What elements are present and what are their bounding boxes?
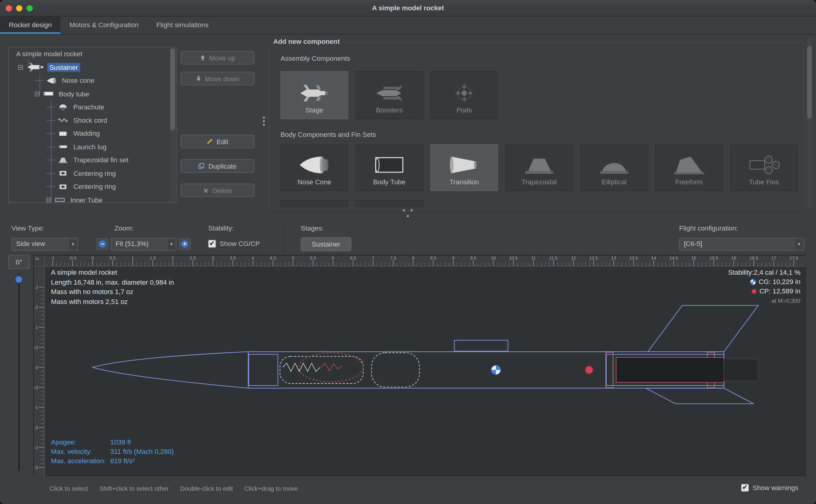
palette-scrollbar-thumb[interactable]: [807, 46, 812, 119]
title-bar: A simple model rocket: [0, 0, 816, 17]
pods-icon: [448, 83, 481, 104]
stage-icon: [298, 83, 331, 104]
shock-cord-shape[interactable]: [280, 357, 363, 384]
move-down-button[interactable]: Move down: [181, 72, 255, 86]
component-button-nose-cone[interactable]: Nose Cone: [280, 144, 348, 191]
tree-item-centering-ring[interactable]: Centering ring: [9, 180, 176, 193]
nose-shoulder-shape[interactable]: [249, 354, 278, 386]
component-button-boosters[interactable]: Boosters: [355, 71, 423, 119]
tree-item-label: Shock cord: [71, 116, 109, 125]
rotation-angle-indicator: 0°: [8, 255, 30, 269]
edit-button[interactable]: Edit: [181, 135, 255, 148]
component-button-freeform[interactable]: Freeform: [655, 144, 723, 191]
rocket-info-line: A simple model rocket: [51, 268, 174, 278]
svg-text:in: in: [35, 256, 39, 261]
shockcord-icon: [58, 117, 68, 124]
tree-item-label: Parachute: [71, 103, 106, 111]
svg-text:16: 16: [731, 256, 736, 260]
tree-item-body-tube[interactable]: Body tube: [9, 87, 176, 100]
tab-rocket-design[interactable]: Rocket design: [0, 17, 60, 34]
view-type-select[interactable]: Side view ▼: [11, 238, 78, 251]
svg-text:9,5: 9,5: [470, 256, 476, 260]
stage-toggle-sustainer[interactable]: Sustainer: [301, 237, 351, 251]
boosters-icon: [373, 83, 406, 104]
maximize-window-button[interactable]: [27, 5, 33, 11]
component-tree: A simple model rocketSustainerNose coneB…: [8, 47, 176, 203]
centering-ring-fore[interactable]: [606, 352, 613, 388]
show-cgcp-checkbox[interactable]: [208, 240, 216, 248]
parachute-icon: [58, 103, 68, 111]
innertube-icon: [55, 196, 65, 203]
svg-text:15: 15: [691, 256, 696, 260]
tree-item-centering-ring[interactable]: Centering ring: [9, 167, 176, 180]
component-button-body-tube[interactable]: Body Tube: [355, 144, 423, 191]
component-button-partial[interactable]: [280, 200, 348, 208]
collapse-toggle-icon[interactable]: [35, 92, 39, 96]
zoom-select[interactable]: Fit (51,3%) ▼: [111, 238, 176, 251]
parachute-shape[interactable]: [371, 353, 419, 387]
horizontal-splitter-handle[interactable]: ● ● ●: [400, 207, 417, 218]
palette-scrollbar[interactable]: [807, 37, 812, 208]
flight-result-value: 311 ft/s (Mach 0,280): [110, 447, 174, 455]
cp-icon: [752, 289, 757, 294]
zoom-out-button[interactable]: −: [97, 238, 108, 250]
delete-button[interactable]: Delete: [181, 184, 255, 197]
svg-text:1,5: 1,5: [150, 256, 156, 260]
openrocket-window: A simple model rocket Rocket designMotor…: [0, 0, 816, 504]
view-type-value: Side view: [12, 238, 68, 250]
flight-result-value: 1039 ft: [110, 438, 131, 446]
tree-item-launch-lug[interactable]: Launch lug: [9, 140, 176, 153]
tab-flight-simulations[interactable]: Flight simulations: [147, 17, 217, 34]
minimize-window-button[interactable]: [16, 5, 22, 11]
tree-item-inner-tube[interactable]: Inner Tube: [9, 193, 176, 203]
close-window-button[interactable]: [6, 5, 12, 11]
show-warnings-row: Show warnings: [741, 484, 798, 492]
show-warnings-checkbox[interactable]: [741, 484, 749, 492]
tree-scrollbar-thumb[interactable]: [170, 48, 175, 131]
tree-item-trapezoidal-fin-set[interactable]: Trapezoidal fin set: [9, 153, 176, 167]
component-button-pods[interactable]: Pods: [430, 71, 498, 119]
tree-item-sustainer[interactable]: Sustainer: [9, 61, 176, 74]
cg-marker[interactable]: [491, 365, 501, 375]
tree-item-parachute[interactable]: Parachute: [9, 100, 176, 114]
flight-config-select[interactable]: [C6-5] ▼: [679, 238, 804, 251]
cp-marker[interactable]: [585, 366, 593, 374]
svg-text:-1: -1: [34, 405, 38, 410]
tab-motors-configuration[interactable]: Motors & Configuration: [60, 17, 147, 34]
toolbar-separator: [284, 223, 285, 251]
wadding-shape[interactable]: [299, 353, 363, 382]
add-component-title: Add new component: [270, 37, 342, 45]
component-button-trapezoidal[interactable]: Trapezoidal: [505, 144, 573, 191]
arrow-up-icon: [200, 55, 206, 61]
collapse-toggle-icon[interactable]: [46, 198, 51, 202]
move-up-button[interactable]: Move up: [181, 51, 255, 65]
svg-text:1: 1: [36, 325, 38, 330]
component-button-stage[interactable]: Stage: [280, 71, 348, 119]
svg-text:11: 11: [531, 256, 536, 260]
show-cgcp-label: Show CG/CP: [220, 240, 260, 248]
fin-top-shape[interactable]: [648, 305, 758, 352]
duplicate-button[interactable]: Duplicate: [181, 159, 255, 173]
zoom-in-button[interactable]: +: [179, 238, 190, 250]
tree-scrollbar[interactable]: [170, 48, 175, 202]
vertical-splitter-handle[interactable]: ●●●: [262, 115, 265, 126]
launch-lug-shape[interactable]: [454, 340, 508, 351]
component-button-transition[interactable]: Transition: [430, 144, 498, 191]
rotation-slider-thumb[interactable]: [15, 276, 22, 283]
tree-item-shock-cord[interactable]: Shock cord: [9, 114, 176, 127]
tree-item-wadding[interactable]: Wadding: [9, 127, 176, 140]
nose-cone-shape[interactable]: [93, 352, 248, 388]
component-button-tube-fins[interactable]: Tube Fins: [730, 144, 798, 191]
flight-result-label: Apogee:: [51, 438, 110, 447]
svg-text:1,5: 1,5: [34, 305, 38, 310]
fin-bottom-shape[interactable]: [646, 388, 753, 404]
tree-item-a-simple-model-rocket[interactable]: A simple model rocket: [9, 47, 176, 61]
collapse-toggle-icon[interactable]: [18, 65, 23, 69]
motor-overhang-shape[interactable]: [724, 359, 758, 381]
tree-item-nose-cone[interactable]: Nose cone: [9, 74, 176, 87]
component-button-elliptical[interactable]: Elliptical: [580, 144, 648, 191]
motor-shape[interactable]: [616, 357, 724, 383]
rotation-slider[interactable]: [18, 274, 20, 471]
svg-text:11,5: 11,5: [549, 256, 558, 260]
rocket-view[interactable]: -1-0,500,511,522,533,544,555,566,577,588…: [33, 255, 805, 476]
